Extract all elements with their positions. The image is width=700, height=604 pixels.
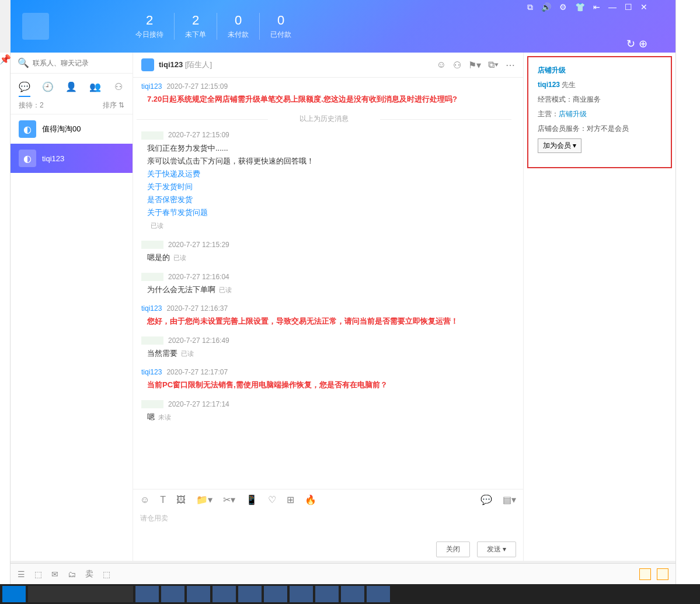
- tab-group-icon[interactable]: 👥: [88, 79, 102, 93]
- bar-icon[interactable]: ⬚: [34, 570, 42, 579]
- header-stats: 2今日接待 2未下单 0未付款 0已付款: [125, 13, 302, 40]
- more-icon[interactable]: ⋯: [506, 60, 515, 71]
- minimize-icon[interactable]: —: [608, 2, 617, 12]
- left-dock: 📌: [0, 53, 11, 584]
- shop-service: 店铺会员服务：对方不是会员: [538, 124, 661, 134]
- taskbar-app[interactable]: [264, 586, 287, 602]
- contact-tabs: 💬 🕘 👤 👥 ⚇: [11, 74, 133, 97]
- taskbar-app[interactable]: [213, 586, 236, 602]
- info-panel: 店铺升级 tiqi123 先生 经营模式：商业服务 主营：店铺升级 店铺会员服务…: [524, 53, 675, 561]
- tab-person-icon[interactable]: 👤: [64, 79, 78, 93]
- video-icon[interactable]: ⧉▾: [488, 60, 499, 71]
- sound-icon[interactable]: 🔊: [541, 2, 551, 12]
- input-toolbar: ☺ T 🖼 📁▾ ✂▾ 📱 ♡ ⊞ 🔥 💬 ▤▾: [133, 489, 523, 510]
- header-actions: ↻ ⊕: [626, 37, 647, 50]
- faq-link[interactable]: 是否保密发货: [147, 193, 511, 206]
- tray-icon[interactable]: [639, 568, 651, 580]
- taskbar-app[interactable]: [238, 586, 262, 602]
- heart-icon[interactable]: ♡: [268, 494, 276, 505]
- close-icon[interactable]: ✕: [640, 2, 647, 12]
- search-input[interactable]: [33, 59, 126, 67]
- shop-mode: 经营模式：商业服务: [538, 95, 661, 105]
- tray-icon[interactable]: [657, 568, 668, 580]
- refresh-icon[interactable]: ↻: [626, 37, 635, 50]
- faq-link[interactable]: 关于春节发货问题: [147, 206, 511, 219]
- list-meta: 接待：2 排序 ⇅: [11, 97, 133, 114]
- card-icon[interactable]: ▤▾: [503, 494, 516, 505]
- tab-org-icon[interactable]: ⚇: [112, 79, 126, 93]
- image-icon[interactable]: 🖼: [176, 495, 186, 505]
- maximize-icon[interactable]: ☐: [625, 2, 632, 12]
- taskbar-app[interactable]: [341, 586, 364, 602]
- taskbar-app[interactable]: [367, 586, 390, 602]
- message: 2020-7-27 12:15:29嗯是的已读: [137, 241, 511, 265]
- start-button[interactable]: [2, 586, 26, 602]
- screen-icon[interactable]: ⧉: [527, 2, 533, 12]
- fire-icon[interactable]: 🔥: [305, 494, 316, 505]
- bar-icon[interactable]: ✉: [51, 570, 58, 579]
- bar-icon[interactable]: ⬚: [103, 570, 110, 579]
- pin-icon[interactable]: ⇤: [593, 2, 600, 12]
- folder-icon[interactable]: 📁▾: [196, 494, 213, 505]
- user-avatar[interactable]: [22, 13, 49, 40]
- taskbar-app[interactable]: [315, 586, 339, 602]
- right-dock: [675, 0, 700, 584]
- text-icon[interactable]: T: [160, 495, 166, 505]
- sort-toggle[interactable]: 排序 ⇅: [103, 100, 124, 110]
- message: 2020-7-27 12:15:09我们正在努力发货中......亲可以尝试点击…: [137, 131, 511, 232]
- contact-item-active[interactable]: ◐ tiqi123: [11, 144, 133, 173]
- faq-link[interactable]: 关于快递及运费: [147, 168, 511, 180]
- shop-info-box: 店铺升级 tiqi123 先生 经营模式：商业服务 主营：店铺升级 店铺会员服务…: [527, 56, 672, 168]
- tab-history-icon[interactable]: 🕘: [41, 79, 55, 93]
- stat-paid[interactable]: 0已付款: [260, 13, 302, 40]
- contact-avatar-icon: ◐: [19, 120, 36, 138]
- calc-icon[interactable]: ⊞: [287, 494, 294, 505]
- bar-icon[interactable]: 🗂: [68, 570, 76, 579]
- send-button[interactable]: 发送 ▾: [477, 541, 516, 557]
- contact-item[interactable]: ◐ 值得淘淘00: [11, 114, 133, 144]
- message: tiqi1232020-7-27 12:15:097.20日起系统规定全网店铺需…: [137, 82, 511, 106]
- search-icon: 🔍: [18, 57, 29, 68]
- stat-unpaid[interactable]: 0未付款: [217, 13, 260, 40]
- tab-chat-icon[interactable]: 💬: [18, 79, 32, 93]
- taskbar-app[interactable]: [135, 586, 159, 602]
- phone-icon[interactable]: 📱: [246, 494, 257, 505]
- bar-icon[interactable]: 卖: [85, 569, 93, 579]
- shirt-icon[interactable]: 👕: [575, 2, 585, 12]
- message: 2020-7-27 12:16:04为什么会无法下单啊已读: [137, 273, 511, 297]
- menu-icon[interactable]: ☰: [18, 570, 25, 579]
- stat-today[interactable]: 2今日接待: [125, 13, 175, 40]
- chat-header-actions: ☺ ⚇ ⚑▾ ⧉▾ ⋯: [437, 60, 515, 71]
- settings-icon[interactable]: ⚙: [559, 2, 567, 12]
- search-box[interactable]: 🔍: [11, 53, 133, 74]
- emoji-icon[interactable]: ☺: [437, 60, 446, 71]
- message: tiqi1232020-7-27 12:17:07当前PC窗口限制无法销售,需使…: [137, 368, 511, 391]
- history-divider: 以上为历史消息: [137, 114, 511, 124]
- cut-icon[interactable]: ✂▾: [223, 494, 235, 505]
- flag-icon[interactable]: ⚑▾: [468, 60, 481, 71]
- stat-noorder[interactable]: 2未下单: [175, 13, 217, 40]
- os-taskbar: [0, 584, 700, 604]
- faq-link[interactable]: 关于发货时间: [147, 180, 511, 193]
- invite-icon[interactable]: ⚇: [453, 60, 461, 71]
- message-input[interactable]: 请仓用卖: [133, 510, 523, 538]
- add-icon[interactable]: ⊕: [639, 37, 647, 50]
- contact-name: 值得淘淘00: [42, 124, 81, 134]
- status-bar: ☰ ⬚ ✉ 🗂 卖 ⬚: [11, 563, 675, 584]
- emoji-icon[interactable]: ☺: [140, 495, 149, 505]
- bubble-icon[interactable]: 💬: [480, 494, 492, 505]
- os-search[interactable]: [28, 586, 133, 602]
- shop-title: 店铺升级: [538, 65, 661, 75]
- taskbar-app[interactable]: [290, 586, 313, 602]
- shop-user: tiqi123 先生: [538, 80, 661, 90]
- message: tiqi1232020-7-27 12:16:37您好，由于您尚未设置完善上限设…: [137, 304, 511, 328]
- reception-count: 接待：2: [19, 100, 44, 110]
- taskbar-app[interactable]: [161, 586, 184, 602]
- add-member-button[interactable]: 加为会员 ▾: [538, 138, 581, 153]
- close-button[interactable]: 关闭: [436, 541, 470, 557]
- chat-header: tiqi123 [陌生人] ☺ ⚇ ⚑▾ ⧉▾ ⋯: [133, 53, 523, 78]
- chat-actions: 关闭 发送 ▾: [133, 538, 523, 561]
- taskbar-app[interactable]: [187, 586, 210, 602]
- dock-icon[interactable]: 📌: [0, 54, 11, 65]
- window-controls: ⧉ 🔊 ⚙ 👕 ⇤ — ☐ ✕: [527, 2, 647, 12]
